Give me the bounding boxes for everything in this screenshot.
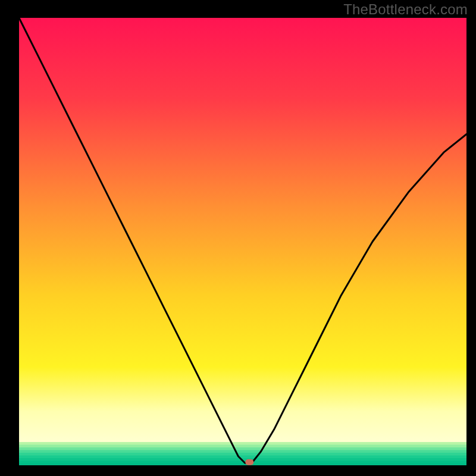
optimal-marker xyxy=(245,459,253,465)
svg-rect-0 xyxy=(19,18,466,465)
svg-rect-9 xyxy=(19,463,466,465)
watermark-text: TheBottleneck.com xyxy=(343,1,468,18)
bottleneck-chart xyxy=(0,0,476,476)
chart-frame: TheBottleneck.com xyxy=(0,0,476,476)
